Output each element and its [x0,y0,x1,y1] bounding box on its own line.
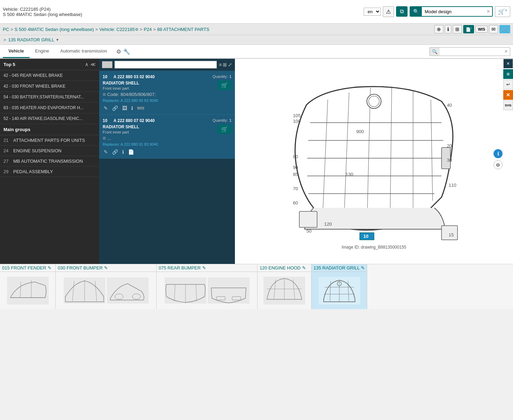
svg-rect-34 [7,277,49,305]
thumbnail-120-label: 120 ENGINE HOOD ✎ [258,264,311,272]
sidebar: Top 5 ∧ ≪ 42 - 045 REAR WHEEL BRAKE 42 -… [0,59,99,264]
thumbnail-075-label: 075 REAR BUMPER ✎ [157,264,257,272]
mail-icon-btn[interactable]: ✉ [489,25,498,33]
thumbnail-075[interactable]: 075 REAR BUMPER ✎ [157,264,258,309]
sidebar-item-heater[interactable]: 83 - 035 HEATER AND EVAPORATOR H... [0,103,99,113]
breadcrumb-p24[interactable]: P24 [144,27,152,32]
breadcrumb-attachment[interactable]: 88 ATTACHMENT PARTS [157,27,210,32]
breadcrumb-vehicle-line[interactable]: S 500 4MATIC Sedan (long wheelbase) [15,27,94,32]
thumbnail-135-edit[interactable]: ✎ [361,265,365,270]
diagram-close-btn[interactable]: ✕ [503,59,513,68]
thumbnail-030-edit[interactable]: ✎ [104,265,108,270]
part-0-link-btn[interactable]: 🔗 [111,105,119,112]
model-design-input[interactable] [422,7,484,16]
thumbnail-075-edit[interactable]: ✎ [202,265,206,270]
diagram-svg-btn[interactable]: SVG [503,100,513,110]
diagram-undo-btn[interactable]: ↩ [503,80,513,89]
breadcrumb-vehicle[interactable]: Vehicle: C222185 [99,27,135,32]
diagram-x-btn[interactable]: ✕ [503,90,513,100]
part-1-doc-btn[interactable]: 📄 [127,148,135,155]
expand-icon[interactable]: ⤢ [228,62,232,67]
parts-list-header: ≡ ⊞ ⤢ [99,59,235,71]
tab-vehicle[interactable]: Vehicle [3,45,30,58]
tab-automatic-transmission[interactable]: Automatic transmission [55,45,112,58]
sidebar-item-air-intake[interactable]: 52 - 140 AIR INTAKE,GASOLINE VEHIC... [0,113,99,124]
part-1-quantity: 1 [229,118,231,122]
wrench-tab-icon[interactable]: 🔧 [123,48,130,55]
tab-search-input[interactable] [440,48,502,56]
part-1-middle: RADIATOR SHELL Front inner part ⊞ ... Re… [103,124,231,148]
shop-icon-btn[interactable]: 🛒 [499,25,510,33]
part-1-edit-btn[interactable]: ✎ [103,148,109,155]
top5-collapse-btn[interactable]: ∧ [85,62,88,67]
thumbnail-015-edit[interactable]: ✎ [48,265,52,270]
part-0-info: RADIATOR SHELL Front inner part ⊞ Code: … [103,81,158,105]
diagram-content: 10 40 20 30 110 105 100 80 90 85 70 60 9… [293,87,458,240]
part-0-info-btn[interactable]: ℹ [130,105,134,112]
thumb-svg-075a [165,277,206,304]
thumbnail-030[interactable]: 030 FRONT BUMPER ✎ [56,264,157,309]
warning-icon-btn[interactable]: ⚠ [383,6,394,17]
part-1-cart-btn[interactable]: 🛒 [218,124,231,134]
sidebar-group-pedal[interactable]: 29 PEDAL ASSEMBLY [0,167,99,177]
part-0-edit-btn[interactable]: ✎ [103,105,109,112]
sidebar-group-mb-auto-trans[interactable]: 27 MB AUTOMATIC TRANSMISSION [0,156,99,167]
tab-icons: ⚙ 🔧 [116,48,130,55]
sidebar-group-engine-suspension[interactable]: 24 ENGINE SUSPENSION [0,146,99,156]
thumbnails-row: 015 FRONT FENDER ✎ 030 FRONT BUMPER ✎ [0,264,513,309]
thumbnail-030-label: 030 FRONT BUMPER ✎ [56,264,156,272]
part-0-wis-btn[interactable]: WIS [136,105,145,111]
doc-icon-btn[interactable]: 📄! [463,25,474,33]
thumbnail-030-imgs [56,272,156,309]
zoom-in-icon-btn[interactable]: ⊕ [434,25,443,33]
breadcrumb-pc[interactable]: PC [3,27,9,32]
thumbnail-015-label: 015 FRONT FENDER ✎ [0,264,55,272]
thumb-svg-135 [318,277,360,305]
svg-text:105: 105 [293,113,301,118]
tab-search-icon[interactable]: 🔍 [430,48,440,56]
part-1-desc: Front inner part [103,130,158,134]
part-0-cart-btn[interactable]: 🛒 [218,81,231,90]
tab-engine[interactable]: Engine [30,45,55,58]
thumbnail-120[interactable]: 120 ENGINE HOOD ✎ [258,264,311,309]
search-icon-btn[interactable]: 🔍 [410,7,422,16]
svg-line-8 [390,87,392,227]
search-close-icon[interactable]: ✕ [484,7,492,16]
breadcrumb-radiator-grill[interactable]: 135 RADIATOR GRILL [8,37,54,42]
part-1-link-btn[interactable]: 🔗 [111,148,119,155]
tab-search-close[interactable]: ✕ [502,48,510,55]
language-select[interactable]: en de [364,8,381,16]
breadcrumb-dropdown-arrow[interactable]: ▼ [56,38,59,42]
parts-list-search-input[interactable] [115,61,217,68]
diagram-teal-btn[interactable]: ⊕ [503,69,513,79]
copy-icon-btn[interactable]: ⧉ [396,6,408,17]
info-icon-btn[interactable]: ℹ [445,25,451,33]
thumb-svg-030a [64,277,105,304]
part-item-0[interactable]: 10 A 222 880 03 02 9040 Quantity: 1 RADI… [99,71,235,115]
cart-button[interactable]: 🛒+ [495,6,510,17]
part-0-code: A 222 880 03 02 9040 [113,74,211,79]
part-1-info-btn[interactable]: ℹ [121,148,125,155]
thumbnail-120-edit[interactable]: ✎ [302,265,306,270]
parts-list: ≡ ⊞ ⤢ 10 A 222 880 03 02 9040 Quantity: … [99,59,235,264]
thumbnail-135[interactable]: 135 RADIATOR GRILL ✎ [311,264,367,309]
sidebar-item-rear-wheel-brake[interactable]: 42 - 045 REAR WHEEL BRAKE [0,70,99,81]
sidebar-item-battery[interactable]: 54 - 030 BATTERY,STARTER/ALTERNAT... [0,92,99,103]
diagram-minus-btn[interactable]: ⊖ [494,160,503,169]
diagram-blue-circle-btn[interactable]: ℹ [494,149,503,158]
settings-tab-icon[interactable]: ⚙ [116,48,121,55]
filter-icon-btn[interactable]: ⊞ [453,25,462,33]
tab-bar: Vehicle Engine Automatic transmission ⚙ … [0,45,513,59]
top5-menu-btn[interactable]: ≪ [90,62,96,67]
sidebar-item-front-wheel-brake[interactable]: 42 - 030 FRONT WHEEL BRAKE [0,81,99,92]
part-item-1[interactable]: 10 A 222 880 07 02 9040 Quantity: 1 RADI… [99,115,235,159]
part-0-image-btn[interactable]: 🖼 [121,105,128,112]
svg-text:130: 130 [346,172,353,177]
copy-vehicle-icon[interactable]: ⧉ [135,27,138,32]
part-0-quantity-group: Quantity: 1 [213,74,231,79]
list-view-icon[interactable]: ≡ [219,62,222,67]
sidebar-group-attachment[interactable]: 21 ATTACHMENT PARTS FOR UNITS [0,135,99,146]
wis-icon-btn[interactable]: WIS [475,26,488,33]
grid-view-icon[interactable]: ⊞ [223,62,227,67]
thumbnail-015[interactable]: 015 FRONT FENDER ✎ [0,264,56,309]
